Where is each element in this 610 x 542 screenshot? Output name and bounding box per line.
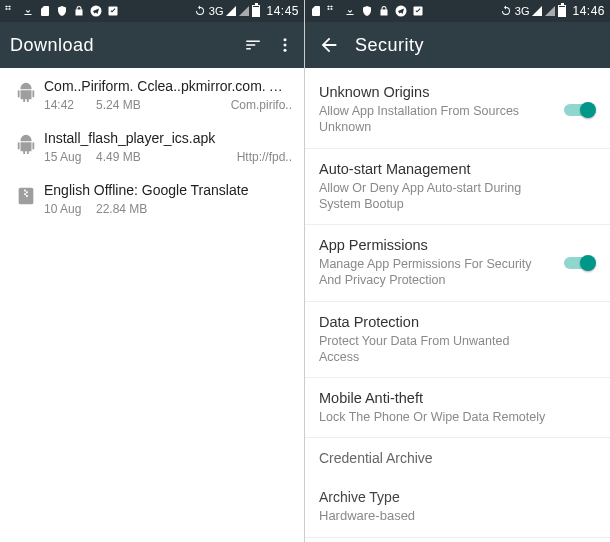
back-button[interactable] <box>315 34 343 56</box>
lock-icon <box>378 5 390 17</box>
divider <box>305 148 610 149</box>
setting-app-permissions[interactable]: App Permissions Manage App Permissions F… <box>305 227 610 299</box>
download-source: Com.pirifo.. <box>176 98 292 112</box>
divider <box>305 301 610 302</box>
download-item[interactable]: Install_flash_player_ics.apk 15 Aug 4.49… <box>0 120 304 172</box>
download-date: 14:42 <box>44 98 86 112</box>
overflow-menu-icon[interactable] <box>276 36 294 54</box>
setting-data-protection[interactable]: Data Protection Protect Your Data From U… <box>305 304 610 376</box>
download-item[interactable]: English Offline: Google Translate 10 Aug… <box>0 172 304 224</box>
battery-icon <box>558 5 566 17</box>
downloads-pane: 3G 14:45 Download Com..Piriform. Cclea..… <box>0 0 305 542</box>
signal-icon <box>532 6 542 16</box>
sd-icon <box>310 5 322 17</box>
download-size: 4.49 MB <box>96 150 166 164</box>
status-bar: 3G 14:45 <box>0 0 304 22</box>
setting-title: Unknown Origins <box>319 84 596 100</box>
signal-icon <box>226 6 236 16</box>
android-icon <box>8 78 44 112</box>
download-item[interactable]: Com..Piriform. Cclea..pkmirror.com. Apk … <box>0 68 304 120</box>
zip-icon <box>8 182 44 216</box>
download-title: Com..Piriform. Cclea..pkmirror.com. Apk <box>44 78 292 94</box>
sort-icon[interactable] <box>244 36 262 54</box>
svg-rect-9 <box>26 195 28 197</box>
setting-subtitle: Allow Or Deny App Auto-start During Syst… <box>319 180 596 213</box>
security-pane: 3G 14:46 Security Unknown Origins Allow … <box>305 0 610 542</box>
download-source <box>176 202 292 216</box>
security-titlebar: Security <box>305 22 610 68</box>
dropbox-icon <box>5 5 17 17</box>
signal-dim-icon <box>239 6 249 16</box>
kv-value: Hardware-based <box>319 508 596 525</box>
status-clock: 14:46 <box>572 4 605 18</box>
dropbox-icon <box>327 5 339 17</box>
security-list: Unknown Origins Allow App Installation F… <box>305 68 610 542</box>
setting-subtitle: Manage App Permissions For Security And … <box>319 256 596 289</box>
setting-title: Data Protection <box>319 314 596 330</box>
page-title: Security <box>355 35 424 56</box>
sync-icon <box>500 5 512 17</box>
setting-subtitle: Protect Your Data From Unwanted Access <box>319 333 596 366</box>
download-icon <box>22 5 34 17</box>
divider <box>305 377 610 378</box>
setting-title: App Permissions <box>319 237 596 253</box>
network-label: 3G <box>515 5 530 17</box>
check-box-icon <box>107 5 119 17</box>
svg-rect-7 <box>26 191 28 193</box>
setting-autostart[interactable]: Auto-start Management Allow Or Deny App … <box>305 151 610 223</box>
heading-label: Credential Archive <box>319 450 596 466</box>
check-box-icon <box>412 5 424 17</box>
telegram-icon <box>90 5 102 17</box>
section-heading-credential: Credential Archive <box>305 440 610 479</box>
download-size: 22.84 MB <box>96 202 166 216</box>
setting-title: Mobile Anti-theft <box>319 390 596 406</box>
svg-point-2 <box>284 38 287 41</box>
shield-icon <box>361 5 373 17</box>
download-title: Install_flash_player_ics.apk <box>44 130 292 146</box>
download-date: 10 Aug <box>44 202 86 216</box>
shield-icon <box>56 5 68 17</box>
kv-title: Archive Type <box>319 489 596 505</box>
network-label: 3G <box>209 5 224 17</box>
svg-point-4 <box>284 49 287 52</box>
setting-title: Auto-start Management <box>319 161 596 177</box>
signal-dim-icon <box>545 6 555 16</box>
setting-unknown-origins[interactable]: Unknown Origins Allow App Installation F… <box>305 74 610 146</box>
sync-icon <box>194 5 206 17</box>
toggle-switch[interactable] <box>562 254 596 272</box>
page-title: Download <box>10 35 94 56</box>
sd-icon <box>39 5 51 17</box>
download-size: 5.24 MB <box>96 98 166 112</box>
downloads-titlebar: Download <box>0 22 304 68</box>
lock-icon <box>73 5 85 17</box>
divider <box>305 224 610 225</box>
setting-subtitle: Lock The Phone Or Wipe Data Remotely <box>319 409 596 425</box>
status-bar: 3G 14:46 <box>305 0 610 22</box>
android-icon <box>8 130 44 164</box>
svg-rect-8 <box>24 193 26 195</box>
divider <box>305 437 610 438</box>
download-icon <box>344 5 356 17</box>
battery-icon <box>252 5 260 17</box>
download-source: Http://fpd.. <box>176 150 292 164</box>
telegram-icon <box>395 5 407 17</box>
setting-subtitle: Allow App Installation From Sources Unkn… <box>319 103 596 136</box>
download-date: 15 Aug <box>44 150 86 164</box>
downloads-list: Com..Piriform. Cclea..pkmirror.com. Apk … <box>0 68 304 542</box>
setting-archive-type: Archive Type Hardware-based <box>305 479 610 535</box>
svg-point-3 <box>284 44 287 47</box>
divider <box>305 537 610 538</box>
status-clock: 14:45 <box>266 4 299 18</box>
download-title: English Offline: Google Translate <box>44 182 292 198</box>
svg-rect-6 <box>24 190 26 192</box>
setting-anti-theft[interactable]: Mobile Anti-theft Lock The Phone Or Wipe… <box>305 380 610 435</box>
toggle-switch[interactable] <box>562 101 596 119</box>
